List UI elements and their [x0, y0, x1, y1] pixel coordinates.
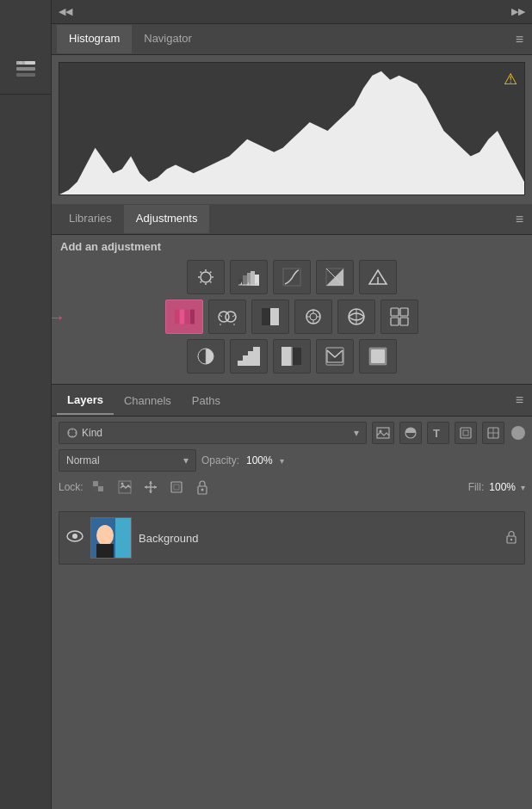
kind-icon-shape[interactable]: [455, 422, 477, 444]
adj-hue-saturation[interactable]: [165, 300, 203, 334]
tab-histogram[interactable]: Histogram: [57, 25, 132, 53]
top-collapse-bar: ◀◀ ▶▶: [52, 0, 532, 24]
svg-rect-53: [391, 318, 399, 325]
opacity-value[interactable]: 100%: [243, 454, 276, 466]
adj-invert[interactable]: [187, 339, 225, 374]
kind-label: Kind: [82, 427, 102, 439]
svg-line-11: [201, 272, 201, 273]
adj-threshold[interactable]: [273, 339, 311, 374]
adjustments-menu-icon[interactable]: ≡: [512, 208, 527, 231]
lock-position[interactable]: [140, 477, 161, 497]
kind-icon-image[interactable]: [372, 422, 394, 444]
histogram-container: ⚠: [52, 55, 532, 202]
histogram-warning-icon: ⚠: [504, 70, 517, 89]
fill-section: Fill: 100% ▾: [468, 481, 525, 493]
lock-transparent-pixels[interactable]: [89, 477, 109, 497]
tab-layers[interactable]: Layers: [57, 386, 114, 415]
adj-gradient-map[interactable]: [316, 339, 354, 374]
kind-icon-adjustment[interactable]: [399, 422, 422, 444]
svg-point-6: [201, 272, 211, 282]
layer-thumbnail: [90, 517, 132, 559]
tab-libraries[interactable]: Libraries: [57, 205, 124, 233]
blend-mode-value: Normal: [66, 454, 100, 466]
svg-point-90: [121, 483, 123, 485]
svg-rect-89: [98, 486, 103, 491]
tab-paths[interactable]: Paths: [182, 387, 231, 414]
svg-rect-86: [93, 481, 98, 486]
layer-background-item[interactable]: Background: [59, 511, 525, 565]
svg-rect-31: [175, 309, 179, 324]
svg-rect-52: [400, 308, 408, 316]
opacity-row: Opacity: 100% ▾: [201, 454, 525, 466]
adj-color-balance[interactable]: [208, 300, 246, 334]
svg-point-105: [96, 525, 114, 546]
adj-vibrance[interactable]: [359, 260, 397, 294]
kind-icon-smart[interactable]: [482, 422, 504, 444]
adj-photo-filter[interactable]: [294, 300, 332, 334]
svg-rect-42: [262, 308, 270, 325]
adj-row-2: →: [59, 300, 525, 334]
tab-navigator[interactable]: Navigator: [132, 25, 204, 53]
svg-rect-62: [292, 347, 302, 366]
adj-curves[interactable]: [273, 260, 311, 294]
svg-rect-32: [180, 309, 184, 324]
fill-chevron: ▾: [521, 483, 525, 492]
lock-label: Lock:: [59, 481, 84, 493]
adjustments-tab-bar: Libraries Adjustments ≡: [52, 204, 532, 235]
fill-value[interactable]: 100%: [487, 481, 517, 493]
svg-point-109: [510, 538, 512, 540]
svg-line-40: [232, 315, 235, 317]
svg-rect-87: [98, 481, 103, 486]
svg-rect-54: [400, 318, 408, 325]
adj-selective-color[interactable]: [359, 339, 397, 374]
right-arrows[interactable]: ▶▶: [511, 6, 525, 17]
svg-marker-5: [59, 71, 524, 195]
svg-rect-51: [391, 308, 399, 316]
svg-rect-61: [281, 347, 292, 366]
lock-image-pixels[interactable]: [114, 477, 135, 497]
svg-point-2: [19, 61, 22, 65]
svg-rect-81: [461, 428, 471, 438]
adj-levels[interactable]: [230, 260, 268, 294]
opacity-chevron: ▾: [280, 456, 284, 466]
adjustments-panel: Add an adjustment: [52, 235, 532, 384]
svg-rect-58: [243, 355, 248, 366]
adj-posterize[interactable]: [230, 339, 268, 374]
fill-label: Fill:: [468, 481, 485, 493]
layer-name: Background: [139, 532, 498, 545]
adj-black-white[interactable]: [251, 300, 289, 334]
svg-rect-107: [115, 518, 132, 559]
svg-rect-16: [243, 275, 247, 286]
svg-rect-18: [251, 271, 255, 286]
blend-mode-select[interactable]: Normal ▾: [59, 449, 196, 472]
kind-filter-dot: [511, 426, 525, 440]
layer-visibility-eye[interactable]: [66, 530, 84, 546]
tab-adjustments[interactable]: Adjustments: [124, 205, 210, 233]
svg-rect-57: [238, 361, 243, 366]
lock-artboard[interactable]: [166, 477, 187, 497]
svg-rect-3: [16, 67, 35, 71]
left-arrows[interactable]: ◀◀: [59, 6, 72, 17]
lock-fill-row: Lock:: [59, 477, 525, 497]
svg-rect-60: [253, 347, 260, 366]
adj-row-3: [59, 339, 525, 374]
adj-exposure[interactable]: [316, 260, 354, 294]
sidebar-panel-icon[interactable]: [0, 43, 52, 95]
kind-icon-type[interactable]: T: [427, 422, 449, 444]
lock-all[interactable]: [192, 477, 213, 497]
svg-marker-96: [145, 485, 147, 489]
kind-row: Kind ▾ T: [59, 422, 525, 444]
adj-channel-mixer[interactable]: [337, 300, 375, 334]
adj-brightness-contrast[interactable]: [187, 260, 225, 294]
layers-menu-icon[interactable]: ≡: [512, 389, 527, 411]
svg-rect-77: [377, 428, 389, 438]
svg-rect-82: [463, 430, 468, 435]
tab-channels[interactable]: Channels: [114, 387, 182, 414]
svg-marker-95: [149, 491, 152, 493]
adj-color-lookup[interactable]: [380, 300, 418, 334]
svg-rect-99: [174, 485, 179, 490]
svg-rect-88: [93, 486, 98, 491]
histogram-menu-icon[interactable]: ≡: [512, 28, 527, 51]
lock-section: Lock:: [59, 477, 468, 497]
kind-select[interactable]: Kind ▾: [59, 422, 367, 444]
